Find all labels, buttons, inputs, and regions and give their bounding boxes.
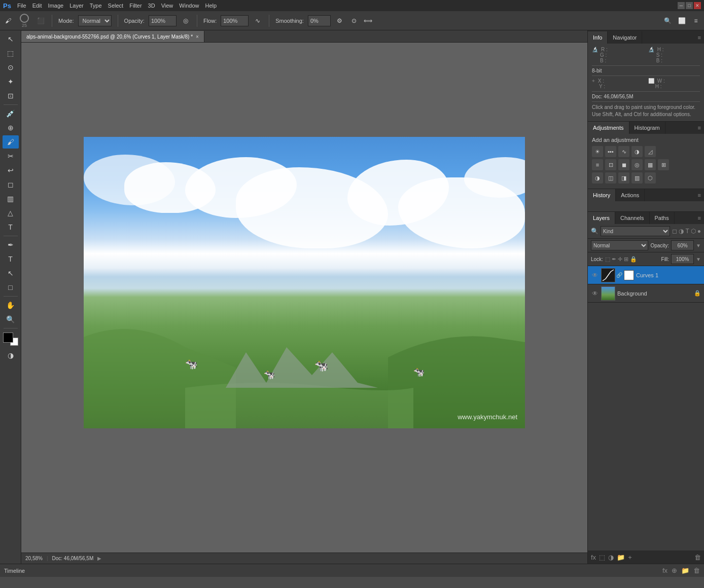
adj-panel-menu[interactable]: ≡ bbox=[695, 122, 704, 134]
hand-tool[interactable]: ✋ bbox=[3, 299, 19, 312]
opacity-input[interactable] bbox=[149, 15, 177, 26]
tab-navigator[interactable]: Navigator bbox=[608, 31, 642, 44]
lock-all-icon[interactable]: 🔒 bbox=[630, 256, 637, 263]
vibrance-adj-icon[interactable]: ◿ bbox=[645, 146, 656, 157]
timeline-delete-icon[interactable]: 🗑 bbox=[693, 567, 700, 574]
blend-mode-select[interactable]: Normal bbox=[78, 15, 112, 26]
airbrush-icon[interactable]: ◎ bbox=[181, 16, 191, 26]
flow-input[interactable] bbox=[221, 15, 249, 26]
marquee-tool[interactable]: ⬚ bbox=[3, 47, 19, 60]
add-adjustment-button[interactable]: ◑ bbox=[608, 554, 614, 561]
fill-arrow[interactable]: ▼ bbox=[696, 256, 701, 262]
menu-image[interactable]: Image bbox=[48, 3, 64, 9]
tab-histogram[interactable]: Histogram bbox=[629, 122, 665, 134]
menu-type[interactable]: Type bbox=[90, 3, 102, 9]
layer-filter-select[interactable]: Kind bbox=[601, 226, 670, 236]
text-filter-icon[interactable]: T bbox=[685, 228, 689, 235]
quick-select-tool[interactable]: ✦ bbox=[3, 75, 19, 88]
lock-transparent-icon[interactable]: ⬚ bbox=[605, 256, 610, 263]
brush-size-preview[interactable] bbox=[20, 14, 29, 23]
layer-blend-select[interactable]: Normal bbox=[591, 240, 648, 250]
gradient-tool[interactable]: ▥ bbox=[3, 192, 19, 205]
photofilter-adj-icon[interactable]: ◎ bbox=[631, 159, 643, 170]
path-tool[interactable]: ↖ bbox=[3, 267, 19, 280]
tab-actions[interactable]: Actions bbox=[616, 189, 645, 201]
panel-icon[interactable]: ≡ bbox=[691, 16, 701, 26]
fill-input[interactable] bbox=[671, 254, 694, 264]
close-button[interactable]: ✕ bbox=[694, 2, 701, 9]
status-arrow[interactable]: ▶ bbox=[97, 556, 101, 561]
crop-tool[interactable]: ⊡ bbox=[3, 89, 19, 102]
invert-adj-icon[interactable]: ◑ bbox=[592, 172, 603, 183]
colorlookup-adj-icon[interactable]: ⊞ bbox=[658, 159, 669, 170]
menu-filter[interactable]: Filter bbox=[129, 3, 142, 9]
maximize-button[interactable]: □ bbox=[686, 2, 693, 9]
smoothing-input[interactable] bbox=[308, 15, 331, 26]
menu-layer[interactable]: Layer bbox=[69, 3, 84, 9]
history-panel-menu[interactable]: ≡ bbox=[695, 189, 704, 201]
document-tab[interactable]: alps-animal-background-552766.psd @ 20,6… bbox=[21, 31, 204, 42]
layers-panel-menu[interactable]: ≡ bbox=[695, 212, 704, 224]
canvas-image[interactable]: 🐄 🐄 🐄 🐄 www.yakymchuk.net bbox=[84, 137, 525, 428]
layer-item-background[interactable]: 👁 Background 🔒 bbox=[588, 284, 704, 303]
pixel-filter-icon[interactable]: ◻ bbox=[672, 228, 677, 235]
info-panel-menu[interactable]: ≡ bbox=[695, 31, 704, 44]
menu-select[interactable]: Select bbox=[108, 3, 124, 9]
layer-item-curves[interactable]: 👁 🔗 Curves 1 bbox=[588, 266, 704, 284]
menu-window[interactable]: Window bbox=[179, 3, 199, 9]
timeline-fx-icon[interactable]: fx bbox=[662, 567, 667, 574]
brush-tool[interactable]: 🖌 bbox=[3, 135, 19, 149]
delete-layer-button[interactable]: 🗑 bbox=[694, 554, 701, 561]
tab-info[interactable]: Info bbox=[588, 31, 608, 44]
tab-history[interactable]: History bbox=[588, 189, 616, 201]
quick-mask-tool[interactable]: ◑ bbox=[3, 349, 19, 362]
gradientmap-adj-icon[interactable]: ▥ bbox=[631, 172, 643, 183]
heal-tool[interactable]: ⊕ bbox=[3, 121, 19, 134]
stamp-tool[interactable]: ✂ bbox=[3, 150, 19, 163]
dodge-tool[interactable]: T bbox=[3, 220, 19, 234]
move-tool[interactable]: ↖ bbox=[3, 32, 19, 46]
tab-close-button[interactable]: × bbox=[196, 34, 199, 40]
zoom-tool[interactable]: 🔍 bbox=[3, 313, 19, 326]
adjustment-filter-icon[interactable]: ◑ bbox=[679, 228, 684, 235]
lock-artboard-icon[interactable]: ⊞ bbox=[624, 256, 628, 263]
opacity-arrow[interactable]: ▼ bbox=[696, 243, 701, 248]
shape-tool[interactable]: □ bbox=[3, 281, 19, 294]
eraser-tool[interactable]: ◻ bbox=[3, 178, 19, 191]
zoom-icon[interactable]: ⬜ bbox=[677, 16, 687, 26]
tab-layers[interactable]: Layers bbox=[588, 212, 615, 224]
menu-view[interactable]: View bbox=[161, 3, 173, 9]
opacity-input[interactable] bbox=[671, 240, 694, 250]
menu-help[interactable]: Help bbox=[205, 3, 217, 9]
menu-3d[interactable]: 3D bbox=[148, 3, 155, 9]
menu-file[interactable]: File bbox=[17, 3, 26, 9]
pen-tool[interactable]: ✒ bbox=[3, 238, 19, 251]
settings-icon[interactable]: ⚙ bbox=[335, 16, 345, 26]
layer-visibility-background[interactable]: 👁 bbox=[591, 290, 599, 297]
add-group-button[interactable]: 📁 bbox=[617, 554, 625, 561]
timeline-add-icon[interactable]: ⊕ bbox=[672, 567, 677, 574]
pressure-icon[interactable]: ⊙ bbox=[349, 16, 359, 26]
selectivecolor-adj-icon[interactable]: ⬡ bbox=[645, 172, 656, 183]
channelmixer-adj-icon[interactable]: ▦ bbox=[645, 159, 656, 170]
threshold-adj-icon[interactable]: ◨ bbox=[618, 172, 629, 183]
layer-visibility-curves[interactable]: 👁 bbox=[591, 272, 599, 279]
smoothing-toggle-icon[interactable]: ∿ bbox=[253, 16, 263, 26]
levels-adj-icon[interactable]: ▪▪▪ bbox=[605, 146, 616, 157]
minimize-button[interactable]: ─ bbox=[678, 2, 685, 9]
blur-tool[interactable]: △ bbox=[3, 206, 19, 219]
curves-adj-icon[interactable]: ∿ bbox=[618, 146, 629, 157]
tab-channels[interactable]: Channels bbox=[615, 212, 649, 224]
fx-button[interactable]: fx bbox=[591, 554, 596, 561]
search-icon[interactable]: 🔍 bbox=[662, 16, 673, 26]
lasso-tool[interactable]: ⊙ bbox=[3, 61, 19, 74]
brightness-adj-icon[interactable]: ☀ bbox=[592, 146, 603, 157]
brush-settings-icon[interactable]: ⬛ bbox=[36, 16, 46, 26]
tab-paths[interactable]: Paths bbox=[650, 212, 675, 224]
fg-bg-colors[interactable] bbox=[3, 333, 18, 346]
menu-edit[interactable]: Edit bbox=[32, 3, 42, 9]
hsl-adj-icon[interactable]: ≡ bbox=[592, 159, 603, 170]
eyedropper-tool[interactable]: 💉 bbox=[3, 107, 19, 120]
timeline-folder-icon[interactable]: 📁 bbox=[681, 567, 689, 574]
bw-adj-icon[interactable]: ◼ bbox=[618, 159, 629, 170]
